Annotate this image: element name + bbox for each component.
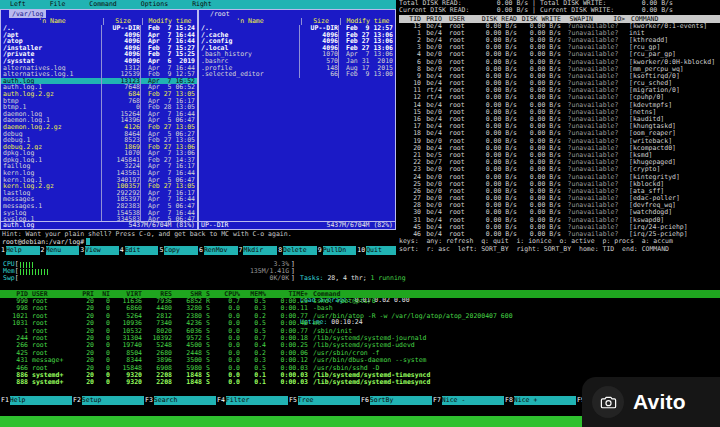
function-key-setup[interactable]: F2Setup: [72, 396, 144, 405]
column-header-size[interactable]: Size: [301, 18, 340, 25]
file-name: kern.log.1: [1, 177, 101, 184]
iotop-command: [rcu_par_gp]: [625, 51, 720, 58]
function-key-number: 10: [356, 246, 366, 255]
function-key-nice[interactable]: F8Nice +: [504, 396, 576, 405]
column-header-size[interactable]: Size: [103, 18, 142, 25]
file-name: kern.log: [1, 170, 101, 177]
bracket: [: [15, 275, 19, 282]
iotop-command: [khugepaged]: [625, 159, 720, 166]
function-key-label: Nice +: [514, 396, 576, 405]
iotop-command: [khungtaskd]: [625, 123, 720, 130]
function-key-edit[interactable]: 4Edit: [119, 246, 159, 255]
menu-item-file[interactable]: File: [50, 1, 66, 8]
htop-shr: 1848: [172, 379, 202, 386]
mc-function-key-bar: 1Help2Menu3View4Edit5Copy6RenMov7Mkdir8D…: [0, 246, 396, 255]
iotop-command: [kworker/0:1-events]: [625, 23, 720, 30]
function-key-label: Setup: [82, 396, 144, 405]
function-key-nice[interactable]: F7Nice -: [432, 396, 504, 405]
function-key-label: Menu: [46, 246, 80, 255]
function-key-label: Filter: [226, 396, 288, 405]
function-key-help[interactable]: 1Help: [0, 246, 40, 255]
function-key-help[interactable]: F1Help: [0, 396, 72, 405]
function-key-label: Copy: [164, 246, 198, 255]
right-panel-file-list: /..UP--DIRFeb 9 12:57/.cache4096Feb 27 1…: [199, 25, 395, 221]
file-name: /private: [1, 51, 101, 58]
function-key-number: F4: [216, 396, 226, 405]
htop-meters: CPU[ 3.3% ] Mem[ 135M/1.41G ] Swp[ 0K/0K…: [3, 261, 295, 283]
file-name: daemon.log.2.gz: [1, 124, 101, 131]
function-key-quit[interactable]: 10Quit: [356, 246, 396, 255]
file-name: /..: [199, 25, 299, 32]
right-panel-path[interactable]: /root: [207, 10, 233, 18]
function-key-label: PullDn: [323, 246, 357, 255]
file-name: messages: [1, 196, 101, 203]
column-header-mtime[interactable]: Modify time: [142, 18, 197, 25]
iotop-command: [devfreq_wq]: [625, 202, 720, 209]
file-name: auth.log.2.gz: [1, 91, 101, 98]
iotop-command: [kintegrityd]: [625, 174, 720, 181]
function-key-search[interactable]: F3Search: [144, 396, 216, 405]
function-key-pulldn[interactable]: 9PullDn: [317, 246, 357, 255]
function-key-sortby[interactable]: F6SortBy: [360, 396, 432, 405]
menu-item-right[interactable]: Right: [192, 1, 212, 8]
shell-prompt[interactable]: root@debian:/var/log#: [0, 238, 396, 246]
file-name: dpkg.log: [1, 150, 101, 157]
tasks-label: Tasks:: [300, 274, 327, 282]
htop-ni: 0: [94, 379, 110, 386]
iotop-command: [cpuhp/0]: [625, 94, 720, 101]
file-name: btmp: [1, 98, 101, 105]
function-key-number: F2: [72, 396, 82, 405]
function-key-tree[interactable]: F5Tree: [288, 396, 360, 405]
function-key-menu[interactable]: 2Menu: [40, 246, 80, 255]
function-key-label: Edit: [125, 246, 159, 255]
iotop-header-command: COMMAND: [627, 15, 720, 23]
file-name: alternatives.log.1: [1, 71, 101, 78]
htop-process-list: 990root2001163679366852R0.70.50:00.25ssh…: [0, 298, 720, 387]
function-key-delete[interactable]: 8Delete: [277, 246, 317, 255]
column-header-name[interactable]: 'n Name: [199, 18, 301, 25]
iotop-command: [kdevtmpfs]: [625, 102, 720, 109]
htop-command: sshd: root@pts/0: [308, 298, 720, 305]
iotop-current-line: Current DISK READ: 0.00 B/s | Current DI…: [399, 7, 720, 14]
file-row[interactable]: .selected_editor66Feb 9 13:00: [199, 71, 395, 78]
mem-meter-bar: 135M/1.41G: [20, 269, 290, 275]
function-key-label: RenMov: [204, 246, 238, 255]
menu-item-left[interactable]: Left: [10, 1, 26, 8]
htop-header-command[interactable]: Command: [308, 290, 720, 298]
function-key-label: Search: [154, 396, 216, 405]
htop-time: 0:00.03: [266, 379, 308, 386]
function-key-mkdir[interactable]: 7Mkdir: [238, 246, 278, 255]
file-name: messages.1: [1, 203, 101, 210]
file-name: /..: [1, 25, 101, 32]
function-key-copy[interactable]: 5Copy: [158, 246, 198, 255]
function-key-label: SortBy: [370, 396, 432, 405]
mc-menubar: LeftFileCommandOptionsRight: [0, 0, 396, 9]
function-key-filter[interactable]: F4Filter: [216, 396, 288, 405]
function-key-number: F7: [432, 396, 442, 405]
htop-user: systemd+: [28, 379, 76, 386]
avito-watermark: Avito: [582, 377, 720, 427]
function-key-renmov[interactable]: 6RenMov: [198, 246, 238, 255]
iotop-command: [kcompactd0]: [625, 145, 720, 152]
htop-virt: 9320: [110, 379, 142, 386]
left-panel-ministatus: auth.log: [3, 222, 34, 229]
function-key-number: F3: [144, 396, 154, 405]
function-key-label: Nice -: [442, 396, 504, 405]
column-header-name[interactable]: 'n Name: [1, 18, 103, 25]
menu-item-command[interactable]: Command: [89, 1, 116, 8]
mc-panels: /var/log 'n Name Size Modify time /..UP-…: [0, 9, 396, 230]
function-key-label: Tree: [298, 396, 360, 405]
htop-state: S: [202, 379, 214, 386]
function-key-label: View: [85, 246, 119, 255]
file-name: daemon.log: [1, 111, 101, 118]
iotop-command: [ksmd]: [625, 152, 720, 159]
iotop-command: [writeback]: [625, 138, 720, 145]
mc-right-panel: /root 'n Name Size Modify time /..UP--DI…: [198, 9, 396, 230]
function-key-view[interactable]: 3View: [79, 246, 119, 255]
column-header-mtime[interactable]: Modify time: [340, 18, 395, 25]
file-name: /atop: [1, 38, 101, 45]
iotop-command: [kauditd]: [625, 116, 720, 123]
swap-meter: Swp[ 0K/0K ]: [3, 275, 295, 282]
menu-item-options[interactable]: Options: [141, 1, 168, 8]
htop-command: /usr/bin/atop -R -w /var/log/atop/atop_2…: [308, 313, 720, 320]
